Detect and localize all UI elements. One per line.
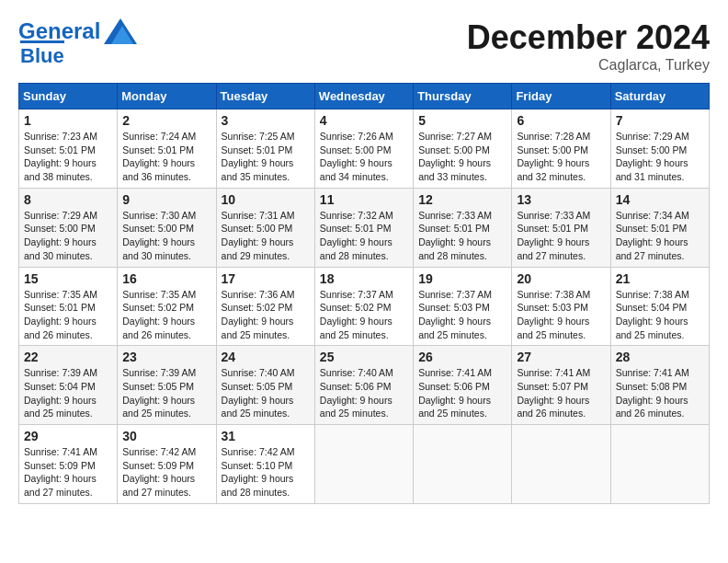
day-number: 11 (320, 192, 408, 207)
days-header-row: SundayMondayTuesdayWednesdayThursdayFrid… (19, 84, 710, 109)
day-info: Sunrise: 7:29 AM Sunset: 5:00 PM Dayligh… (24, 209, 112, 263)
week-row-1: 1Sunrise: 7:23 AM Sunset: 5:01 PM Daylig… (19, 109, 710, 189)
day-header-wednesday: Wednesday (314, 84, 413, 109)
day-info: Sunrise: 7:39 AM Sunset: 5:05 PM Dayligh… (122, 366, 210, 420)
day-number: 22 (24, 350, 112, 364)
calendar-cell: 1Sunrise: 7:23 AM Sunset: 5:01 PM Daylig… (19, 109, 118, 189)
day-number: 4 (320, 113, 408, 128)
month-title: December 2024 (467, 18, 710, 57)
day-info: Sunrise: 7:40 AM Sunset: 5:06 PM Dayligh… (320, 366, 408, 420)
calendar-cell: 20Sunrise: 7:38 AM Sunset: 5:03 PM Dayli… (512, 267, 610, 346)
week-row-3: 15Sunrise: 7:35 AM Sunset: 5:01 PM Dayli… (19, 267, 710, 346)
day-header-saturday: Saturday (610, 84, 709, 109)
calendar-cell: 17Sunrise: 7:36 AM Sunset: 5:02 PM Dayli… (216, 267, 314, 346)
day-info: Sunrise: 7:32 AM Sunset: 5:01 PM Dayligh… (320, 209, 408, 263)
calendar-cell: 7Sunrise: 7:29 AM Sunset: 5:00 PM Daylig… (610, 109, 709, 189)
calendar-cell: 30Sunrise: 7:42 AM Sunset: 5:09 PM Dayli… (118, 425, 216, 504)
calendar-cell: 19Sunrise: 7:37 AM Sunset: 5:03 PM Dayli… (414, 267, 512, 346)
calendar-cell: 18Sunrise: 7:37 AM Sunset: 5:02 PM Dayli… (314, 267, 413, 346)
calendar-cell (512, 425, 610, 504)
calendar-cell: 3Sunrise: 7:25 AM Sunset: 5:01 PM Daylig… (216, 109, 314, 189)
day-info: Sunrise: 7:40 AM Sunset: 5:05 PM Dayligh… (222, 366, 310, 420)
logo: General Blue (18, 18, 137, 68)
calendar-cell: 2Sunrise: 7:24 AM Sunset: 5:01 PM Daylig… (118, 109, 216, 189)
calendar-cell: 9Sunrise: 7:30 AM Sunset: 5:00 PM Daylig… (118, 188, 216, 267)
calendar-cell: 13Sunrise: 7:33 AM Sunset: 5:01 PM Dayli… (512, 188, 610, 267)
day-info: Sunrise: 7:36 AM Sunset: 5:02 PM Dayligh… (222, 288, 310, 342)
day-header-friday: Friday (512, 84, 610, 109)
calendar-cell: 11Sunrise: 7:32 AM Sunset: 5:01 PM Dayli… (314, 188, 413, 267)
week-row-5: 29Sunrise: 7:41 AM Sunset: 5:09 PM Dayli… (19, 425, 710, 504)
day-info: Sunrise: 7:41 AM Sunset: 5:06 PM Dayligh… (418, 366, 506, 420)
day-number: 21 (616, 271, 704, 286)
day-info: Sunrise: 7:24 AM Sunset: 5:01 PM Dayligh… (122, 130, 210, 184)
calendar-cell: 25Sunrise: 7:40 AM Sunset: 5:06 PM Dayli… (314, 346, 413, 425)
day-number: 14 (616, 192, 704, 207)
day-number: 6 (517, 113, 605, 128)
calendar-cell: 16Sunrise: 7:35 AM Sunset: 5:02 PM Dayli… (118, 267, 216, 346)
day-number: 1 (24, 113, 112, 128)
day-info: Sunrise: 7:28 AM Sunset: 5:00 PM Dayligh… (517, 130, 605, 184)
calendar-cell: 31Sunrise: 7:42 AM Sunset: 5:10 PM Dayli… (216, 425, 314, 504)
day-number: 9 (122, 192, 210, 207)
day-number: 20 (517, 271, 605, 286)
day-info: Sunrise: 7:33 AM Sunset: 5:01 PM Dayligh… (418, 209, 506, 263)
day-number: 29 (24, 429, 112, 443)
calendar-cell: 26Sunrise: 7:41 AM Sunset: 5:06 PM Dayli… (414, 346, 512, 425)
calendar-cell: 8Sunrise: 7:29 AM Sunset: 5:00 PM Daylig… (19, 188, 118, 267)
day-info: Sunrise: 7:38 AM Sunset: 5:04 PM Dayligh… (616, 288, 704, 342)
day-info: Sunrise: 7:37 AM Sunset: 5:03 PM Dayligh… (418, 288, 506, 342)
day-number: 18 (320, 271, 408, 286)
calendar-cell: 21Sunrise: 7:38 AM Sunset: 5:04 PM Dayli… (610, 267, 709, 346)
day-number: 7 (616, 113, 704, 128)
day-info: Sunrise: 7:25 AM Sunset: 5:01 PM Dayligh… (222, 130, 310, 184)
day-number: 26 (418, 350, 506, 364)
day-info: Sunrise: 7:37 AM Sunset: 5:02 PM Dayligh… (320, 288, 408, 342)
calendar-cell (610, 425, 709, 504)
calendar-cell: 28Sunrise: 7:41 AM Sunset: 5:08 PM Dayli… (610, 346, 709, 425)
calendar-cell (414, 425, 512, 504)
day-number: 28 (616, 350, 704, 364)
calendar-cell: 14Sunrise: 7:34 AM Sunset: 5:01 PM Dayli… (610, 188, 709, 267)
day-number: 25 (320, 350, 408, 364)
day-number: 27 (517, 350, 605, 364)
calendar-cell: 23Sunrise: 7:39 AM Sunset: 5:05 PM Dayli… (118, 346, 216, 425)
day-header-tuesday: Tuesday (216, 84, 314, 109)
day-header-thursday: Thursday (414, 84, 512, 109)
day-info: Sunrise: 7:38 AM Sunset: 5:03 PM Dayligh… (517, 288, 605, 342)
day-number: 31 (222, 429, 310, 443)
calendar-cell: 15Sunrise: 7:35 AM Sunset: 5:01 PM Dayli… (19, 267, 118, 346)
day-info: Sunrise: 7:30 AM Sunset: 5:00 PM Dayligh… (122, 209, 210, 263)
day-info: Sunrise: 7:35 AM Sunset: 5:02 PM Dayligh… (122, 288, 210, 342)
day-number: 3 (222, 113, 310, 128)
day-info: Sunrise: 7:34 AM Sunset: 5:01 PM Dayligh… (616, 209, 704, 263)
day-info: Sunrise: 7:41 AM Sunset: 5:08 PM Dayligh… (616, 366, 704, 420)
logo-blue: Blue (20, 40, 64, 68)
day-info: Sunrise: 7:23 AM Sunset: 5:01 PM Dayligh… (24, 130, 112, 184)
day-number: 19 (418, 271, 506, 286)
calendar-cell: 10Sunrise: 7:31 AM Sunset: 5:00 PM Dayli… (216, 188, 314, 267)
day-number: 30 (122, 429, 210, 443)
week-row-4: 22Sunrise: 7:39 AM Sunset: 5:04 PM Dayli… (19, 346, 710, 425)
calendar-cell: 4Sunrise: 7:26 AM Sunset: 5:00 PM Daylig… (314, 109, 413, 189)
day-info: Sunrise: 7:33 AM Sunset: 5:01 PM Dayligh… (517, 209, 605, 263)
day-number: 5 (418, 113, 506, 128)
day-number: 17 (222, 271, 310, 286)
calendar-cell: 22Sunrise: 7:39 AM Sunset: 5:04 PM Dayli… (19, 346, 118, 425)
day-info: Sunrise: 7:35 AM Sunset: 5:01 PM Dayligh… (24, 288, 112, 342)
day-number: 2 (122, 113, 210, 128)
header: General Blue December 2024 Caglarca, Tur… (18, 18, 710, 74)
location: Caglarca, Turkey (467, 57, 710, 74)
calendar-cell: 5Sunrise: 7:27 AM Sunset: 5:00 PM Daylig… (414, 109, 512, 189)
day-number: 23 (122, 350, 210, 364)
day-number: 10 (222, 192, 310, 207)
day-number: 12 (418, 192, 506, 207)
day-info: Sunrise: 7:31 AM Sunset: 5:00 PM Dayligh… (222, 209, 310, 263)
day-info: Sunrise: 7:42 AM Sunset: 5:09 PM Dayligh… (122, 445, 210, 500)
calendar-cell: 27Sunrise: 7:41 AM Sunset: 5:07 PM Dayli… (512, 346, 610, 425)
day-info: Sunrise: 7:29 AM Sunset: 5:00 PM Dayligh… (616, 130, 704, 184)
week-row-2: 8Sunrise: 7:29 AM Sunset: 5:00 PM Daylig… (19, 188, 710, 267)
calendar-cell (314, 425, 413, 504)
day-info: Sunrise: 7:27 AM Sunset: 5:00 PM Dayligh… (418, 130, 506, 184)
day-number: 24 (222, 350, 310, 364)
